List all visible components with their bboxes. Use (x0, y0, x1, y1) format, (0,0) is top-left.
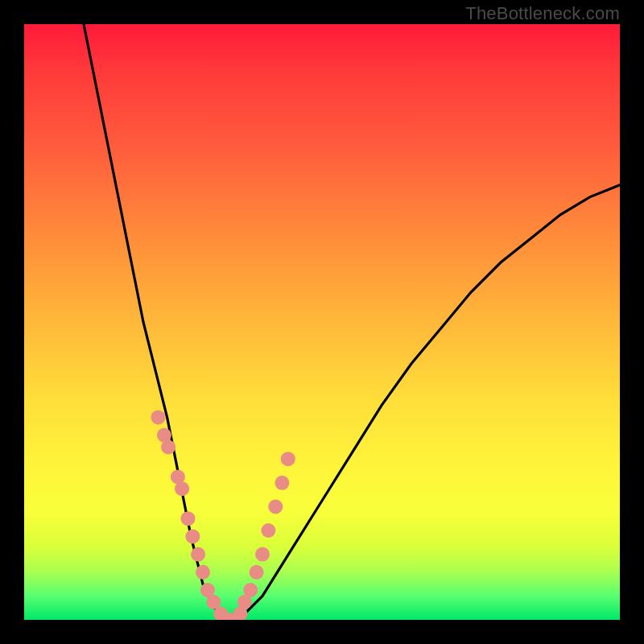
attribution-label: TheBottleneck.com (465, 3, 620, 24)
marker-dot (175, 481, 189, 496)
marker-dot (191, 547, 205, 562)
marker-dot (151, 410, 166, 424)
marker-dot (261, 523, 275, 538)
chart-plot-area (24, 24, 620, 620)
chart-svg (24, 24, 620, 620)
chart-frame: TheBottleneck.com (0, 0, 644, 644)
marker-dot (243, 583, 258, 597)
marker-dot (268, 499, 283, 514)
marker-dot (181, 511, 196, 526)
marker-dot (161, 440, 175, 454)
marker-dot (185, 529, 200, 543)
marker-dot (281, 452, 295, 466)
marker-group (151, 410, 295, 620)
marker-dot (255, 547, 270, 562)
bottleneck-curve (84, 24, 620, 620)
marker-dot (275, 476, 289, 490)
marker-dot (250, 565, 264, 580)
marker-dot (196, 565, 210, 580)
